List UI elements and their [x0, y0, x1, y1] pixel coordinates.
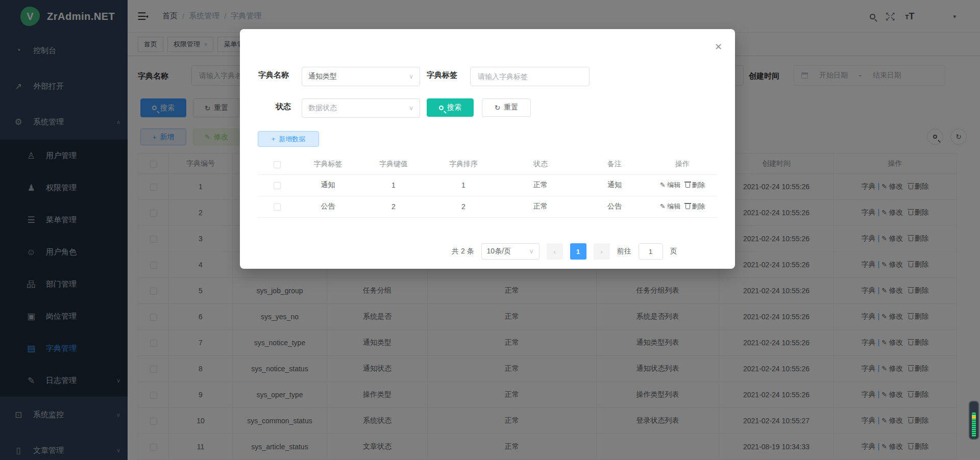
- pagination-total: 共 2 条: [452, 247, 474, 256]
- pencil-icon: ✎: [660, 181, 668, 189]
- chevron-down-icon: ∨: [529, 248, 534, 255]
- page-size-select[interactable]: 10条/页 ∨: [481, 243, 540, 260]
- scroll-minimap-widget[interactable]: [969, 401, 979, 440]
- checkbox-cell: [258, 174, 296, 196]
- edit-link[interactable]: 编辑: [667, 181, 680, 189]
- goto-unit: 页: [670, 247, 677, 256]
- checkbox-cell: [258, 196, 296, 217]
- delete-link[interactable]: 删除: [692, 202, 705, 210]
- modal-status-label: 状态: [276, 102, 291, 112]
- chevron-down-icon: ∨: [409, 73, 413, 80]
- refresh-icon: ↻: [495, 104, 501, 112]
- column-header: 操作: [648, 154, 717, 174]
- prev-page-button[interactable]: ‹: [547, 243, 563, 260]
- row-checkbox[interactable]: [274, 182, 281, 189]
- column-header: 字典排序: [427, 154, 500, 174]
- status-cell: 正常: [500, 174, 581, 196]
- actions-cell: ✎ 编辑删除: [648, 174, 717, 196]
- goto-label: 前往: [617, 247, 631, 256]
- chevron-down-icon: ∨: [409, 105, 413, 112]
- dict-key-cell: 1: [360, 174, 427, 196]
- modal-dict-tag-label: 字典标签: [427, 70, 457, 80]
- search-icon: [439, 106, 444, 110]
- dict-sort-cell: 2: [427, 196, 500, 217]
- add-data-button[interactable]: + 新增数据: [258, 131, 319, 147]
- column-header: 状态: [500, 154, 581, 174]
- column-header: 字典标签: [296, 154, 360, 174]
- modal-status-select[interactable]: 数据状态 ∨: [302, 98, 420, 118]
- pencil-icon: ✎: [660, 202, 668, 210]
- column-header: 字典键值: [360, 154, 427, 174]
- actions-cell: ✎ 编辑删除: [648, 196, 717, 217]
- edit-link[interactable]: 编辑: [667, 202, 680, 210]
- modal-dict-tag-input[interactable]: [470, 67, 590, 86]
- dict-data-table: 字典标签字典键值字典排序状态备注操作通知11正常通知✎ 编辑删除公告22正常公告…: [258, 154, 717, 218]
- current-page-button[interactable]: 1: [570, 243, 586, 260]
- pagination: 共 2 条 10条/页 ∨ ‹ 1 › 前往 页: [452, 243, 677, 260]
- table-row: 通知11正常通知✎ 编辑删除: [258, 174, 717, 196]
- remark-cell: 通知: [581, 174, 648, 196]
- modal-reset-button[interactable]: ↻ 重置: [482, 98, 531, 117]
- dict-sort-cell: 1: [427, 174, 500, 196]
- select-all-checkbox[interactable]: [274, 161, 281, 168]
- status-cell: 正常: [500, 196, 581, 217]
- dict-tag-cell: 通知: [296, 174, 360, 196]
- dict-key-cell: 2: [360, 196, 427, 217]
- modal-dict-name-select[interactable]: 通知类型 ∨: [302, 67, 420, 86]
- modal-search-button[interactable]: 搜索: [427, 98, 474, 117]
- table-row: 公告22正常公告✎ 编辑删除: [258, 196, 717, 217]
- trash-icon: [685, 183, 690, 188]
- remark-cell: 公告: [581, 196, 648, 217]
- column-header: [258, 154, 296, 174]
- column-header: 备注: [581, 154, 648, 174]
- plus-icon: +: [272, 135, 276, 143]
- dict-data-modal: ✕ 字典名称 通知类型 ∨ 字典标签 状态 数据状态 ∨ 搜索 ↻ 重置 + 新…: [240, 29, 735, 269]
- table-header-row: 字典标签字典键值字典排序状态备注操作: [258, 154, 717, 174]
- goto-page-input[interactable]: [639, 243, 663, 260]
- trash-icon: [685, 205, 690, 209]
- row-checkbox[interactable]: [274, 203, 281, 211]
- dict-tag-cell: 公告: [296, 196, 360, 217]
- next-page-button[interactable]: ›: [594, 243, 610, 260]
- delete-link[interactable]: 删除: [692, 181, 705, 189]
- close-icon[interactable]: ✕: [715, 41, 722, 53]
- modal-dict-name-label: 字典名称: [258, 70, 289, 80]
- scroll-minimap-bars: [972, 413, 976, 437]
